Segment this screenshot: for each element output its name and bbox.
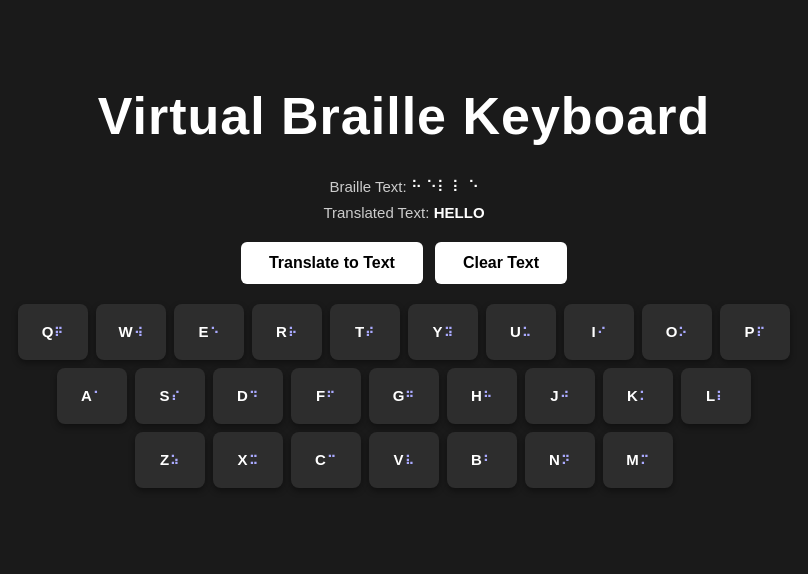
key-q[interactable]: Q⠟ — [18, 304, 88, 360]
translate-button[interactable]: Translate to Text — [241, 242, 423, 284]
key-t[interactable]: T⠞ — [330, 304, 400, 360]
key-h[interactable]: H⠓ — [447, 368, 517, 424]
key-s[interactable]: S⠎ — [135, 368, 205, 424]
key-d[interactable]: D⠙ — [213, 368, 283, 424]
translated-text-row: Translated Text: HELLO — [323, 200, 484, 226]
key-o[interactable]: O⠕ — [642, 304, 712, 360]
keyboard-row-1: Q⠟W⠺E⠑R⠗T⠞Y⠽U⠥I⠊O⠕P⠏ — [18, 304, 790, 360]
key-w[interactable]: W⠺ — [96, 304, 166, 360]
key-c[interactable]: C⠉ — [291, 432, 361, 488]
keyboard: Q⠟W⠺E⠑R⠗T⠞Y⠽U⠥I⠊O⠕P⠏ A⠁S⠎D⠙F⠋G⠛H⠓J⠚K⠅L⠇ … — [0, 304, 808, 488]
key-a[interactable]: A⠁ — [57, 368, 127, 424]
key-j[interactable]: J⠚ — [525, 368, 595, 424]
key-m[interactable]: M⠍ — [603, 432, 673, 488]
key-u[interactable]: U⠥ — [486, 304, 556, 360]
key-e[interactable]: E⠑ — [174, 304, 244, 360]
key-l[interactable]: L⠇ — [681, 368, 751, 424]
key-z[interactable]: Z⠵ — [135, 432, 205, 488]
key-b[interactable]: B⠃ — [447, 432, 517, 488]
key-r[interactable]: R⠗ — [252, 304, 322, 360]
key-f[interactable]: F⠋ — [291, 368, 361, 424]
translated-label: Translated Text: — [323, 204, 429, 221]
key-x[interactable]: X⠭ — [213, 432, 283, 488]
keyboard-row-3: Z⠵X⠭C⠉V⠧B⠃N⠝M⠍ — [135, 432, 673, 488]
key-k[interactable]: K⠅ — [603, 368, 673, 424]
translated-value-text: HELLO — [434, 204, 485, 221]
braille-value-text: ⠓ ⠑⠇ ⠇ ⠑ — [411, 178, 479, 195]
key-v[interactable]: V⠧ — [369, 432, 439, 488]
key-n[interactable]: N⠝ — [525, 432, 595, 488]
braille-text-row: Braille Text: ⠓ ⠑⠇ ⠇ ⠑ — [323, 174, 484, 200]
action-buttons: Translate to Text Clear Text — [241, 242, 567, 284]
key-g[interactable]: G⠛ — [369, 368, 439, 424]
key-i[interactable]: I⠊ — [564, 304, 634, 360]
page-title: Virtual Braille Keyboard — [98, 86, 711, 146]
braille-label: Braille Text: — [329, 178, 406, 195]
keyboard-row-2: A⠁S⠎D⠙F⠋G⠛H⠓J⠚K⠅L⠇ — [57, 368, 751, 424]
key-p[interactable]: P⠏ — [720, 304, 790, 360]
text-display: Braille Text: ⠓ ⠑⠇ ⠇ ⠑ Translated Text: … — [323, 174, 484, 225]
key-y[interactable]: Y⠽ — [408, 304, 478, 360]
clear-button[interactable]: Clear Text — [435, 242, 567, 284]
